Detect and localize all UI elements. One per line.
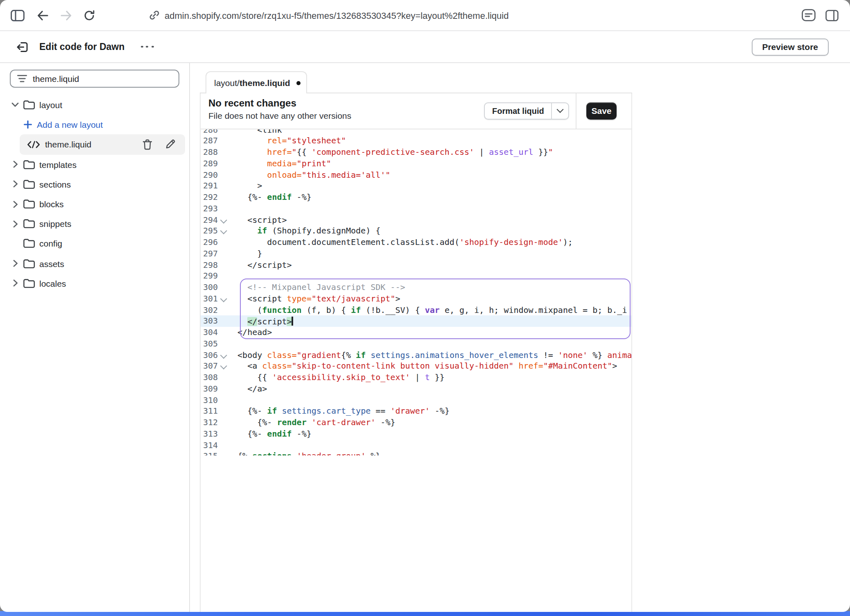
sidebar-item-templates[interactable]: templates [0,154,189,174]
code-line-288[interactable]: 288 href="{{ 'component-predictive-searc… [201,147,631,158]
fold-chevron-icon [220,295,226,302]
forward-icon[interactable] [61,10,72,20]
fold-chevron-icon [220,228,226,234]
code-line-292[interactable]: 292 {%- endif -%} [201,192,631,203]
code-line-305[interactable]: 305 [201,338,631,350]
sidebar-item-blocks[interactable]: blocks [0,194,189,214]
sidebar-item-layout[interactable]: layout [0,95,189,115]
code-line-289[interactable]: 289 media="print" [201,158,631,170]
back-icon[interactable] [37,10,48,20]
code-line-296[interactable]: 296 document.documentElement.classList.a… [201,237,631,248]
code-line-294[interactable]: 294 <script> [201,214,631,226]
search-value: theme.liquid [33,73,79,83]
sidebar-item-sections[interactable]: sections [0,174,189,194]
desktop-background: admin.shopify.com/store/rzq1xu-f5/themes… [0,0,850,616]
filter-icon [17,74,27,82]
sidebar-item-locales[interactable]: locales [0,273,189,293]
chevron-right-icon[interactable] [11,161,19,168]
sidebar-item-assets[interactable]: assets [0,254,189,273]
fold-chevron-icon [220,217,226,223]
chevron-right-icon[interactable] [11,181,19,188]
version-status-subtitle: File does not have any other versions [208,111,351,120]
code-line-312[interactable]: 312 {%- render 'cart-drawer' -%} [201,417,631,428]
preview-store-button[interactable]: Preview store [751,38,829,55]
address-bar[interactable]: admin.shopify.com/store/rzq1xu-f5/themes… [149,10,509,20]
code-line-290[interactable]: 290 onload="this.media='all'" [201,169,631,181]
code-line-298[interactable]: 298 </script> [201,259,631,271]
toolbar-divider [575,93,576,128]
code-line-293[interactable]: 293 [201,203,631,215]
code-line-314[interactable]: 314 [201,439,631,451]
code-file-icon [27,141,40,148]
code-line-310[interactable]: 310 [201,394,631,406]
link-icon [149,10,160,20]
chevron-right-icon[interactable] [11,260,19,267]
code-line-311[interactable]: 311 {%- if settings.cart_type == 'drawer… [201,406,631,417]
code-line-307[interactable]: 307 <a class="skip-to-content-link butto… [201,361,631,372]
more-actions-icon[interactable] [141,45,154,48]
file-search-input[interactable]: theme.liquid [10,69,179,87]
sidebar-item-snippets[interactable]: snippets [0,214,189,233]
file-tree: layout Add a new layout [0,95,189,293]
version-status-title: No recent changes [208,97,296,109]
code-editor-panel: layout/theme.liquid No recent changes Fi… [190,63,850,612]
exit-editor-icon[interactable] [16,41,29,53]
sidebar-item-theme-liquid-selected[interactable]: theme.liquid [0,135,189,154]
tab-theme-liquid[interactable]: layout/theme.liquid [205,71,307,93]
chevron-right-icon[interactable] [11,280,19,287]
folder-icon [23,100,35,110]
folder-icon [23,199,35,209]
text-cursor [292,317,293,326]
code-line-300[interactable]: 300 <!-- Mixpanel Javascript SDK --> [201,282,631,293]
code-line-306[interactable]: 306 <body class="gradient{% if settings.… [201,349,631,361]
chevron-down-icon[interactable] [11,102,19,107]
code-line-291[interactable]: 291 > [201,181,631,192]
app-header: Edit code for Dawn Preview store [0,31,850,63]
code-line-303[interactable]: 303 </script> [201,316,631,327]
chevron-down-icon[interactable] [552,103,569,119]
sidebar-toggle-icon[interactable] [11,9,25,21]
chevron-right-icon[interactable] [11,220,19,227]
sidebar-item-config[interactable]: config [0,234,189,254]
chevron-right-icon[interactable] [11,200,19,208]
browser-toolbar: admin.shopify.com/store/rzq1xu-f5/themes… [0,0,850,31]
code-line-315[interactable]: 315 {% sections 'header-group' %} [201,451,631,455]
code-line-308[interactable]: 308 {{ 'accessibility.skip_to_text' | t … [201,372,631,383]
code-line-309[interactable]: 309 </a> [201,383,631,395]
code-line-299[interactable]: 299 [201,271,631,282]
unsaved-changes-dot [297,81,301,85]
save-button[interactable]: Save [586,102,617,120]
delete-file-icon[interactable] [142,139,152,150]
rename-file-icon[interactable] [165,140,175,149]
folder-icon [23,179,35,189]
format-liquid-button[interactable]: Format liquid [484,102,570,120]
code-line-287[interactable]: 287 rel="stylesheet" [201,136,631,147]
split-view-icon[interactable] [825,9,839,21]
folder-icon [23,258,35,268]
tab-path-prefix: layout/ [214,78,240,88]
folder-icon [23,159,35,169]
code-line-295[interactable]: 295 if (Shopify.designMode) { [201,226,631,237]
add-new-layout-button[interactable]: Add a new layout [0,115,189,134]
code-area[interactable]: 286 <link287 rel="stylesheet"288 href="{… [201,129,631,455]
reload-icon[interactable] [84,9,95,21]
extensions-icon[interactable] [802,9,816,21]
url-text: admin.shopify.com/store/rzq1xu-f5/themes… [165,10,509,20]
folder-icon [23,239,35,249]
folder-icon [23,279,35,288]
plus-icon [24,121,32,129]
fold-chevron-icon [220,352,226,358]
code-line-304[interactable]: 304 </head> [201,327,631,338]
tab-file-name: theme.liquid [240,78,290,88]
browser-window: admin.shopify.com/store/rzq1xu-f5/themes… [0,0,850,612]
editor-border-right [631,93,632,612]
code-line-302[interactable]: 302 (function (f, b) { if (!b.__SV) { va… [201,304,631,316]
editor-toolbar: No recent changes File does not have any… [201,93,631,129]
fold-chevron-icon [220,363,226,369]
code-line-297[interactable]: 297 } [201,248,631,260]
code-line-301[interactable]: 301 <script type="text/javascript"> [201,293,631,305]
file-sidebar: theme.liquid layout [0,63,190,612]
folder-icon [23,219,35,229]
code-line-313[interactable]: 313 {%- endif -%} [201,428,631,440]
code-line-286[interactable]: 286 <link [201,129,631,136]
